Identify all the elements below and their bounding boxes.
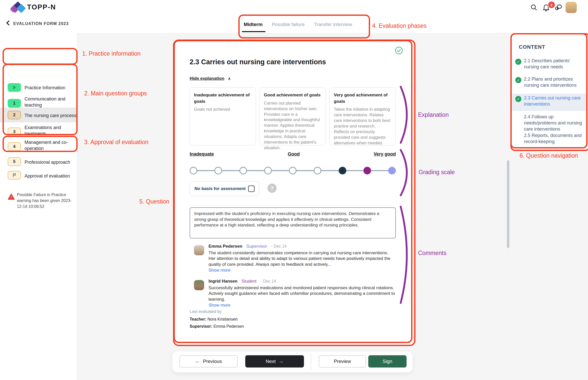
- no-basis-checkbox[interactable]: [248, 185, 255, 192]
- show-more-link[interactable]: Show more: [209, 303, 230, 308]
- arrow-right-icon: →: [279, 359, 284, 364]
- app-logo-icon[interactable]: [11, 2, 26, 13]
- chevron-up-icon: ∧: [228, 76, 231, 81]
- scale-label-very-good: Very good: [374, 151, 396, 157]
- check-circle-icon: ✓: [515, 77, 521, 83]
- comment-body: Successfully administered medications an…: [209, 285, 396, 302]
- scale-label-good: Good: [288, 151, 300, 157]
- search-icon[interactable]: [530, 3, 538, 11]
- no-basis-label: No basis for assessment: [194, 186, 246, 191]
- grading-dot-1[interactable]: [190, 167, 197, 174]
- explanation-card-very-good: Very good achievement of goals Takes the…: [329, 87, 396, 145]
- sign-button[interactable]: Sign: [368, 355, 407, 368]
- grading-dot-8[interactable]: [363, 167, 371, 174]
- tab-possible-failure[interactable]: Possible failure: [272, 22, 305, 27]
- warning-icon: !: [8, 193, 15, 200]
- annotation-label-5: 5. Question: [139, 198, 169, 205]
- flag-icon: [8, 171, 21, 180]
- annotation-label-1: 1. Practice information: [82, 50, 141, 57]
- back-icon[interactable]: [5, 20, 11, 26]
- arrow-left-icon: ←: [195, 359, 200, 364]
- footer-action-bar: ← Previous Next → Preview Sign: [173, 351, 412, 372]
- app-name: TOPP-N: [27, 3, 56, 11]
- annotation-label-2: 2. Main question groups: [84, 90, 147, 97]
- question-group-sidebar: Practice Information 1 Communication and…: [0, 33, 77, 380]
- scale-label-inadequate: Inadequate: [190, 151, 214, 157]
- phase-tabs: Midterm Possible failure Transfer interv…: [244, 22, 352, 27]
- question-complete-check-icon: [395, 46, 403, 55]
- preview-button[interactable]: Preview: [319, 355, 366, 368]
- check-circle-icon: ✓: [515, 96, 521, 102]
- question-card: 2.3 Carries out nursing care interventio…: [174, 40, 412, 343]
- question-navigation-panel: CONTENT ✓ 2.1 Describes patients’ nursin…: [510, 33, 587, 148]
- hide-explanation-toggle[interactable]: Hide explanation∧: [190, 76, 231, 81]
- question-title: 2.3 Carries out nursing care interventio…: [190, 58, 326, 66]
- grading-dot-5[interactable]: [289, 167, 297, 174]
- annotation-label-grading-scale: Grading scale: [419, 169, 455, 176]
- comment-date: - Dec 14: [271, 244, 287, 249]
- comment-author: Ingrid Hansen: [209, 279, 237, 284]
- top-header: TOPP-N 2: [0, 0, 588, 15]
- comment-date: - Dec 14: [261, 279, 276, 284]
- avatar: [194, 280, 204, 290]
- grading-dot-2[interactable]: [214, 167, 222, 174]
- grading-dot-7[interactable]: [339, 167, 346, 174]
- grading-dot-6[interactable]: [314, 167, 321, 174]
- explanation-card-good: Good achievement of goals Carries out pl…: [260, 87, 326, 145]
- evaluation-comment-input[interactable]: Impressed with the student's proficiency…: [190, 207, 396, 238]
- tab-midterm[interactable]: Midterm: [244, 22, 263, 27]
- app-window: TOPP-N 2 EVALUATION FORM 2023 Midterm: [0, 0, 588, 380]
- no-basis-control: No basis for assessment: [190, 181, 259, 196]
- grading-dot-4[interactable]: [264, 167, 272, 174]
- grading-dots: [190, 167, 396, 174]
- play-icon: [13, 86, 16, 89]
- footer-divider: [311, 353, 311, 370]
- previous-button[interactable]: ← Previous: [179, 355, 238, 368]
- tab-transfer-interview[interactable]: Transfer interview: [314, 22, 352, 27]
- annotation-label-3: 3. Approval of evaluation: [84, 139, 149, 146]
- show-more-link[interactable]: Show more: [209, 268, 230, 273]
- comment-author: Emma Pedersen: [209, 244, 242, 249]
- failure-warning-text: Possible Failure in Practice warning has…: [17, 192, 72, 210]
- teacher-line: Teacher: Nora Kristiansen: [190, 317, 238, 322]
- scrollbar-thumb[interactable]: [507, 160, 509, 248]
- grading-dot-3[interactable]: [239, 167, 247, 174]
- explanation-cards: Inadequate achievement of goals Goals no…: [190, 87, 396, 145]
- breadcrumb[interactable]: EVALUATION FORM 2023: [13, 21, 69, 26]
- chat-icon[interactable]: [554, 3, 562, 11]
- annotation-label-6: 6. Question navigation: [520, 152, 578, 159]
- next-button[interactable]: Next →: [245, 355, 304, 368]
- annotation-label-comments: Comments: [418, 250, 446, 257]
- comment-body: The student consistently demonstrates co…: [209, 250, 396, 267]
- active-tab-underline: [242, 31, 265, 32]
- grading-scale-labels: Inadequate Good Very good: [190, 151, 396, 157]
- explanation-card-inadequate: Inadequate achievement of goals Goals no…: [190, 87, 256, 145]
- avatar: [194, 245, 204, 255]
- practice-information-badge: [8, 83, 21, 92]
- comment-role-badge: Student: [241, 279, 256, 284]
- last-evaluated-label: Last evaluated by: [190, 309, 222, 314]
- user-avatar[interactable]: [566, 2, 577, 13]
- help-icon[interactable]: ?: [267, 184, 277, 193]
- grading-dot-9[interactable]: [388, 167, 396, 174]
- content-title: CONTENT: [519, 44, 545, 50]
- supervisor-line: Supervisor: Emma Pedersen: [190, 324, 244, 329]
- annotation-label-explanation: Explanation: [418, 111, 449, 118]
- check-circle-icon: ✓: [515, 59, 521, 65]
- comment-role-badge: Supervisor: [246, 244, 267, 249]
